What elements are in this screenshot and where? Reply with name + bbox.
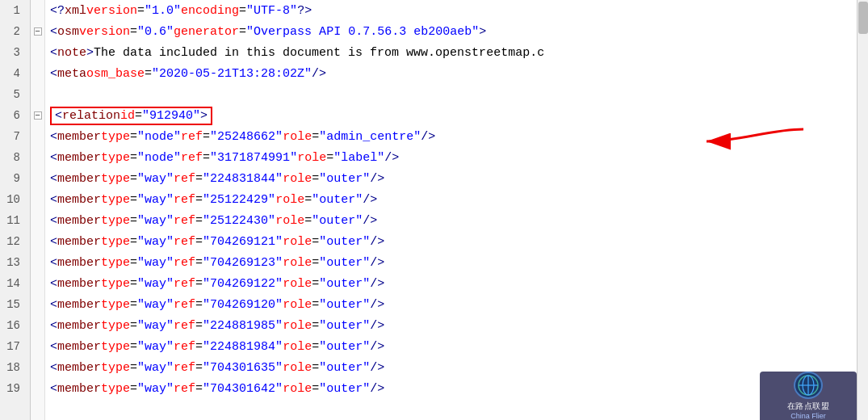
scrollbar[interactable] (857, 0, 868, 420)
fold-marker (31, 231, 44, 252)
watermark: 在路点联盟 China Flier (760, 372, 857, 420)
line-number: 16 (6, 315, 23, 336)
line-number: 1 (6, 0, 23, 21)
code-line: <member type="way" ref="224881984" role=… (45, 336, 857, 357)
code-line: <member type="way" ref="224831844" role=… (45, 168, 857, 189)
line-number: 5 (6, 84, 23, 105)
line-number: 7 (6, 126, 23, 147)
code-container: 12345678910111213141516171819 −− <?xml v… (0, 0, 868, 420)
line-number: 14 (6, 273, 23, 294)
line-number: 19 (6, 378, 23, 399)
code-line: <member type="way" ref="704269120" role=… (45, 294, 857, 315)
watermark-text2: China Flier (790, 412, 826, 420)
code-line: <note>The data included in this document… (45, 42, 857, 63)
fold-marker (31, 63, 44, 84)
fold-marker (31, 210, 44, 231)
code-line: <member type="way" ref="224881985" role=… (45, 315, 857, 336)
fold-marker (31, 378, 44, 399)
line-number: 13 (6, 252, 23, 273)
line-number: 4 (6, 63, 23, 84)
line-number: 17 (6, 336, 23, 357)
fold-marker (31, 168, 44, 189)
fold-marker (31, 126, 44, 147)
line-number: 10 (6, 189, 23, 210)
code-line: <relation id="912940"> (45, 105, 857, 126)
code-line: <?xml version="1.0" encoding="UTF-8"?> (45, 0, 857, 21)
fold-marker (31, 0, 44, 21)
code-line (45, 84, 857, 105)
code-line: <member type="way" ref="704269121" role=… (45, 231, 857, 252)
line-numbers: 12345678910111213141516171819 (0, 0, 31, 420)
code-line: <member type="way" ref="704269122" role=… (45, 273, 857, 294)
fold-marker (31, 273, 44, 294)
line-number: 18 (6, 357, 23, 378)
watermark-text1: 在路点联盟 (787, 401, 830, 412)
fold-marker[interactable]: − (31, 105, 44, 126)
code-line: <member type="way" ref="704301642" role=… (45, 378, 857, 399)
code-line: <member type="way" ref="704301635" role=… (45, 357, 857, 378)
fold-marker (31, 315, 44, 336)
line-number: 9 (6, 168, 23, 189)
code-line: <member type="way" ref="25122429" role="… (45, 189, 857, 210)
line-number: 12 (6, 231, 23, 252)
code-area: <?xml version="1.0" encoding="UTF-8"?><o… (45, 0, 857, 420)
fold-marker (31, 252, 44, 273)
fold-marker (31, 42, 44, 63)
code-line: <member type="way" ref="25122430" role="… (45, 210, 857, 231)
fold-column: −− (31, 0, 45, 420)
fold-marker (31, 189, 44, 210)
watermark-logo (794, 372, 823, 399)
line-number: 15 (6, 294, 23, 315)
fold-marker (31, 147, 44, 168)
line-number: 3 (6, 42, 23, 63)
code-line: <osm version="0.6" generator="Overpass A… (45, 21, 857, 42)
fold-icon[interactable]: − (34, 111, 42, 120)
code-line: <member type="way" ref="704269123" role=… (45, 252, 857, 273)
fold-icon[interactable]: − (34, 27, 42, 36)
line-number: 6 (6, 105, 23, 126)
fold-marker (31, 84, 44, 105)
fold-marker (31, 357, 44, 378)
code-line: <member type="node" ref="25248662" role=… (45, 126, 857, 147)
fold-marker (31, 294, 44, 315)
scrollbar-thumb[interactable] (858, 2, 868, 34)
line-number: 8 (6, 147, 23, 168)
code-line: <meta osm_base="2020-05-21T13:28:02Z"/> (45, 63, 857, 84)
fold-marker (31, 336, 44, 357)
code-line: <member type="node" ref="3171874991" rol… (45, 147, 857, 168)
line-number: 11 (6, 210, 23, 231)
line-number: 2 (6, 21, 23, 42)
fold-marker[interactable]: − (31, 21, 44, 42)
